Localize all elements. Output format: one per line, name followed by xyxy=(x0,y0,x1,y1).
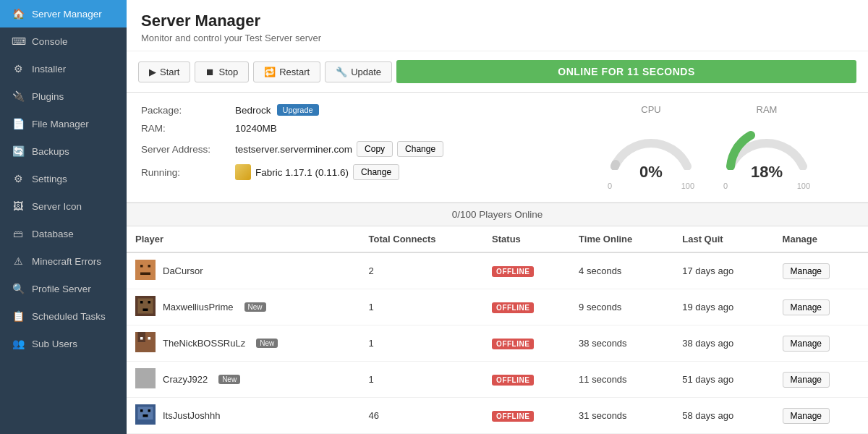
sidebar-item-server-manager[interactable]: 🏠 Server Manager xyxy=(0,0,127,27)
sidebar-item-label: Plugins xyxy=(32,91,64,102)
table-body: DaCursor 2 OFFLINE 4 seconds 17 days ago… xyxy=(127,252,868,434)
ram-row: RAM: 10240MB xyxy=(141,123,550,134)
sidebar-item-label: Server Icon xyxy=(32,201,82,212)
settings-icon: ⚙ xyxy=(12,173,25,184)
sidebar-item-label: Sub Users xyxy=(32,339,77,349)
sidebar-item-label: Server Manager xyxy=(32,9,102,20)
player-cell: CrazyJ922 New xyxy=(127,362,360,398)
player-avatar xyxy=(135,296,156,318)
sidebar-item-sub-users[interactable]: 👥 Sub Users xyxy=(0,330,127,357)
player-status: OFFLINE xyxy=(483,289,570,326)
svg-rect-2 xyxy=(148,265,151,268)
table-row: DaCursor 2 OFFLINE 4 seconds 17 days ago… xyxy=(127,252,868,289)
svg-rect-6 xyxy=(140,301,143,304)
svg-rect-3 xyxy=(140,273,150,276)
players-table: Player Total Connects Status Time Online… xyxy=(127,226,868,434)
status-badge: OFFLINE xyxy=(492,266,534,277)
restart-icon: 🔁 xyxy=(264,67,276,77)
player-time-online: 31 seconds xyxy=(570,398,673,434)
col-time-online: Time Online xyxy=(570,226,673,252)
manage-button[interactable]: Manage xyxy=(783,372,830,388)
profile-icon: 🔍 xyxy=(12,283,25,294)
update-button[interactable]: 🔧 Update xyxy=(325,61,392,82)
start-icon: ▶ xyxy=(149,67,156,77)
players-section: 0/100 Players Online Player Total Connec… xyxy=(127,203,868,434)
player-connects: 1 xyxy=(360,362,484,398)
sidebar-item-label: Backups xyxy=(32,146,69,157)
player-last-quit: 38 days ago xyxy=(673,326,773,362)
running-row: Running: Fabric 1.17.1 (0.11.6) Change xyxy=(141,164,550,180)
sidebar-item-label: Console xyxy=(32,36,68,47)
col-last-quit: Last Quit xyxy=(673,226,773,252)
sidebar-item-minecraft-errors[interactable]: ⚠ Minecraft Errors xyxy=(0,247,127,275)
svg-rect-17 xyxy=(148,409,151,412)
file-icon: 📄 xyxy=(12,118,25,129)
player-avatar xyxy=(135,368,156,391)
svg-rect-8 xyxy=(143,309,148,312)
svg-rect-13 xyxy=(135,368,156,388)
sidebar-item-settings[interactable]: ⚙ Settings xyxy=(0,165,127,192)
cpu-gauge: CPU 0% 0 100 xyxy=(608,104,694,190)
players-table-wrap[interactable]: Player Total Connects Status Time Online… xyxy=(127,226,868,434)
stop-button[interactable]: ⏹ Stop xyxy=(195,61,249,82)
manage-button[interactable]: Manage xyxy=(783,408,830,424)
running-change-button[interactable]: Change xyxy=(353,164,399,180)
players-header: 0/100 Players Online xyxy=(127,203,868,226)
sidebar-item-server-icon[interactable]: 🖼 Server Icon xyxy=(0,192,127,220)
sidebar-item-label: Profile Server xyxy=(32,284,91,294)
sidebar-item-file-manager[interactable]: 📄 File Manager xyxy=(0,110,127,137)
sidebar-item-scheduled-tasks[interactable]: 📋 Scheduled Tasks xyxy=(0,302,127,330)
update-icon: 🔧 xyxy=(336,67,347,77)
cpu-gauge-scale: 0 100 xyxy=(608,182,694,190)
plugins-icon: 🔌 xyxy=(12,90,25,102)
player-status: OFFLINE xyxy=(483,252,570,289)
sidebar-item-database[interactable]: 🗃 Database xyxy=(0,220,127,247)
backups-icon: 🔄 xyxy=(12,145,25,157)
table-row: CrazyJ922 New 1 OFFLINE 11 seconds 51 da… xyxy=(127,362,868,398)
status-badge: OFFLINE xyxy=(492,302,534,313)
manage-button[interactable]: Manage xyxy=(783,299,830,315)
sidebar-item-backups[interactable]: 🔄 Backups xyxy=(0,137,127,165)
player-manage: Manage xyxy=(774,252,868,289)
player-last-quit: 58 days ago xyxy=(673,398,773,434)
online-status-badge: ONLINE FOR 11 SECONDS xyxy=(396,60,856,83)
main-content: Server Manager Monitor and control your … xyxy=(127,0,868,434)
upgrade-badge[interactable]: Upgrade xyxy=(277,104,319,116)
copy-button[interactable]: Copy xyxy=(357,141,393,157)
svg-rect-11 xyxy=(140,337,143,340)
svg-rect-15 xyxy=(138,407,153,420)
info-left: Package: Bedrock Upgrade RAM: 10240MB Se… xyxy=(141,104,550,190)
ram-gauge: RAM 18% 0 100 xyxy=(723,104,810,190)
player-last-quit: 19 days ago xyxy=(673,289,773,326)
player-status: OFFLINE xyxy=(483,362,570,398)
new-badge: New xyxy=(256,339,278,348)
database-icon: 🗃 xyxy=(12,228,25,239)
player-name: MaxwelliusPrime xyxy=(163,302,234,312)
restart-button[interactable]: 🔁 Restart xyxy=(253,61,320,82)
player-avatar xyxy=(135,260,156,282)
player-name: DaCursor xyxy=(163,265,203,276)
player-avatar xyxy=(135,404,156,427)
sidebar-item-installer[interactable]: ⚙ Installer xyxy=(0,55,127,82)
address-row: Server Address: testserver.serverminer.c… xyxy=(141,141,550,157)
player-connects: 1 xyxy=(360,289,484,326)
console-icon: ⌨ xyxy=(12,35,25,47)
sidebar-item-console[interactable]: ⌨ Console xyxy=(0,27,127,55)
status-badge: OFFLINE xyxy=(492,339,534,349)
address-change-button[interactable]: Change xyxy=(397,141,443,157)
server-icon-icon: 🖼 xyxy=(12,200,25,212)
page-title: Server Manager xyxy=(141,12,854,30)
table-row: ItsJustJoshhh 46 OFFLINE 31 seconds 58 d… xyxy=(127,398,868,434)
sidebar: 🏠 Server Manager ⌨ Console ⚙ Installer 🔌… xyxy=(0,0,127,434)
col-connects: Total Connects xyxy=(360,226,484,252)
manage-button[interactable]: Manage xyxy=(783,263,830,279)
start-button[interactable]: ▶ Start xyxy=(138,61,190,82)
table-row: MaxwelliusPrime New 1 OFFLINE 9 seconds … xyxy=(127,289,868,326)
player-cell: ItsJustJoshhh xyxy=(127,398,360,434)
sidebar-item-plugins[interactable]: 🔌 Plugins xyxy=(0,82,127,110)
svg-rect-7 xyxy=(148,301,151,304)
sidebar-item-profile-server[interactable]: 🔍 Profile Server xyxy=(0,275,127,302)
manage-button[interactable]: Manage xyxy=(783,336,830,352)
toolbar: ▶ Start ⏹ Stop 🔁 Restart 🔧 Update ONLINE… xyxy=(127,51,868,93)
svg-rect-16 xyxy=(140,409,143,412)
